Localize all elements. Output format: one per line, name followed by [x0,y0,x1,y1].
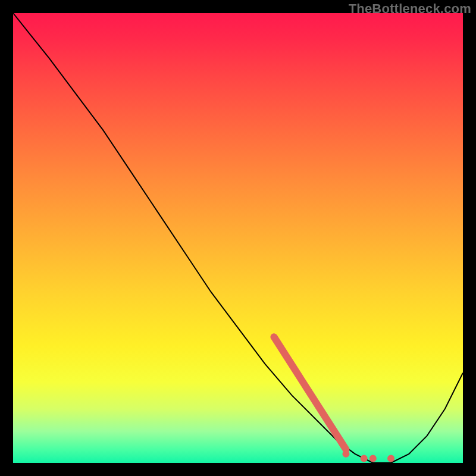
trend-segment [274,337,346,449]
curve-svg [13,13,463,463]
marker-dot [361,455,368,462]
marker-dot [369,455,377,462]
plot-area [13,13,463,463]
marker-dot [387,455,394,462]
marker-dot [342,450,349,458]
bottleneck-curve [13,13,463,463]
chart-frame: TheBottleneck.com [0,0,476,476]
